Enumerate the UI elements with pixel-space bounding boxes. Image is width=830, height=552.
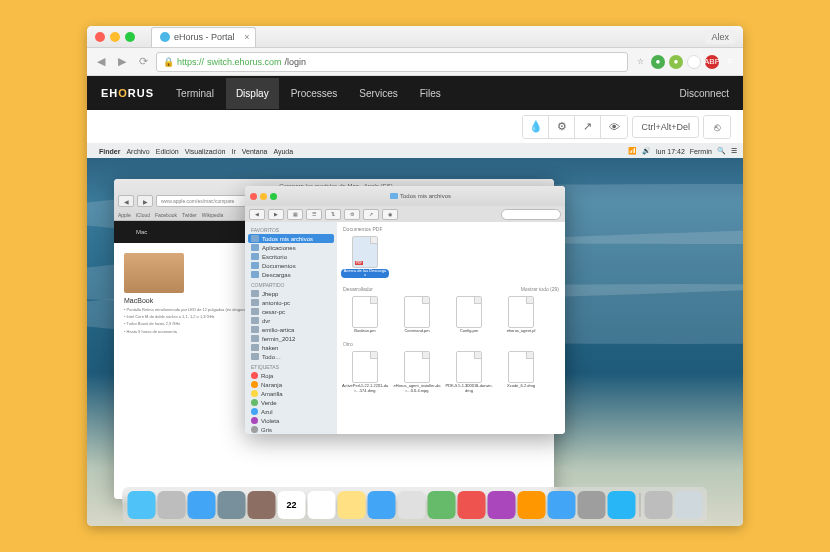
menubar-user[interactable]: Fermín: [690, 148, 712, 155]
nav-display[interactable]: Display: [226, 78, 279, 109]
settings-button[interactable]: ⚙: [549, 116, 575, 138]
bookmark[interactable]: iCloud: [136, 212, 150, 218]
sidebar-item[interactable]: dvr: [245, 316, 337, 325]
volume-icon[interactable]: 🔊: [642, 147, 651, 155]
dock-mail[interactable]: [218, 491, 246, 519]
dock-downloads[interactable]: [645, 491, 673, 519]
menu-item[interactable]: Ventana: [242, 148, 268, 155]
dock-preferences[interactable]: [578, 491, 606, 519]
nav-terminal[interactable]: Terminal: [166, 78, 224, 109]
close-icon[interactable]: [250, 193, 257, 200]
arrange-button[interactable]: ⇅: [325, 209, 341, 220]
search-input[interactable]: [501, 209, 561, 220]
nav-processes[interactable]: Processes: [281, 78, 348, 109]
ctrl-alt-del-button[interactable]: Ctrl+Alt+Del: [632, 116, 699, 138]
sidebar-item[interactable]: cesar-pc: [245, 307, 337, 316]
back-button[interactable]: ◀: [93, 54, 109, 70]
bookmark[interactable]: Twitter: [182, 212, 197, 218]
clock[interactable]: lun 17:42: [656, 148, 685, 155]
sidebar-tag[interactable]: Gris: [245, 425, 337, 434]
sidebar-tag[interactable]: Verde: [245, 398, 337, 407]
sidebar-item[interactable]: antonio-pc: [245, 298, 337, 307]
sidebar-item[interactable]: Documentos: [245, 261, 337, 270]
logout-button[interactable]: ⎋: [704, 116, 730, 138]
maximize-icon[interactable]: [125, 32, 135, 42]
wifi-icon[interactable]: 📶: [628, 147, 637, 155]
file-item[interactable]: Boolean.pm: [341, 296, 389, 333]
bookmark[interactable]: Wikipedia: [202, 212, 224, 218]
dock-notes[interactable]: [338, 491, 366, 519]
menu-item[interactable]: Edición: [156, 148, 179, 155]
show-all-link[interactable]: Mostrar todo (29): [521, 286, 559, 292]
dock-ibooks[interactable]: [518, 491, 546, 519]
sidebar-item[interactable]: Escritorio: [245, 252, 337, 261]
share-button[interactable]: ↗: [363, 209, 379, 220]
dock-itunes[interactable]: [488, 491, 516, 519]
minimize-icon[interactable]: [260, 193, 267, 200]
forward-button[interactable]: ▶: [137, 195, 153, 207]
apple-nav-item[interactable]: Mac: [136, 229, 147, 235]
search-icon[interactable]: 🔍: [717, 147, 726, 155]
file-item[interactable]: Command.pm: [393, 296, 441, 333]
sidebar-item[interactable]: Todos mis archivos: [248, 234, 334, 243]
menu-item[interactable]: Archivo: [126, 148, 149, 155]
file-item[interactable]: eHorus_agent_installer-dar…0.0.4.mpg: [393, 351, 441, 393]
view-list-button[interactable]: ☰: [306, 209, 322, 220]
dock-launchpad[interactable]: [158, 491, 186, 519]
gmail-icon[interactable]: M: [687, 55, 701, 69]
minimize-icon[interactable]: [110, 32, 120, 42]
dock-messages[interactable]: [368, 491, 396, 519]
view-icons-button[interactable]: ▦: [287, 209, 303, 220]
dock-photobooth[interactable]: [458, 491, 486, 519]
dock-contacts[interactable]: [248, 491, 276, 519]
sidebar-tag[interactable]: Roja: [245, 371, 337, 380]
tags-button[interactable]: ◉: [382, 209, 398, 220]
back-button[interactable]: ◀: [118, 195, 134, 207]
menu-icon[interactable]: ≡: [723, 55, 737, 69]
disconnect-button[interactable]: Disconnect: [680, 88, 729, 99]
sidebar-tag[interactable]: Amarilla: [245, 389, 337, 398]
dock-ehorus[interactable]: [608, 491, 636, 519]
file-item[interactable]: Xcode_6.2.dmg: [497, 351, 545, 393]
menu-item[interactable]: Ir: [231, 148, 235, 155]
menubar-app[interactable]: Finder: [99, 148, 120, 155]
menu-item[interactable]: Ayuda: [273, 148, 293, 155]
file-item[interactable]: ActivePerl-5.22.1.2201-dar…574.dmg: [341, 351, 389, 393]
nav-files[interactable]: Files: [410, 78, 451, 109]
file-item[interactable]: Acerca de las Descargas: [341, 236, 389, 278]
chrome-user[interactable]: Alex: [705, 30, 735, 44]
abp-icon[interactable]: ABP: [705, 55, 719, 69]
dock-maps[interactable]: [398, 491, 426, 519]
action-button[interactable]: ⚙: [344, 209, 360, 220]
close-icon[interactable]: [95, 32, 105, 42]
bookmark[interactable]: Facebook: [155, 212, 177, 218]
maximize-icon[interactable]: [270, 193, 277, 200]
url-input[interactable]: 🔒 https://switch.ehorus.com/login: [156, 52, 628, 72]
file-item[interactable]: ehorus_agent.pl: [497, 296, 545, 333]
sidebar-item[interactable]: Jhepp: [245, 289, 337, 298]
menu-item[interactable]: Visualización: [185, 148, 226, 155]
sidebar-item[interactable]: fermin_2012: [245, 334, 337, 343]
view-button[interactable]: 👁: [601, 116, 627, 138]
sidebar-item[interactable]: haken: [245, 343, 337, 352]
sidebar-item[interactable]: Descargas: [245, 270, 337, 279]
dock-safari[interactable]: [188, 491, 216, 519]
sidebar-tag[interactable]: Azul: [245, 407, 337, 416]
forward-button[interactable]: ▶: [268, 209, 284, 220]
dock-trash[interactable]: [675, 491, 703, 519]
sidebar-tag[interactable]: Violeta: [245, 416, 337, 425]
nav-services[interactable]: Services: [349, 78, 407, 109]
notifications-icon[interactable]: ☰: [731, 147, 737, 155]
ink-button[interactable]: 💧: [523, 116, 549, 138]
dock-reminders[interactable]: [308, 491, 336, 519]
remote-desktop[interactable]: Finder Archivo Edición Visualización Ir …: [87, 144, 743, 526]
file-item[interactable]: PDK-9.5.1.300018-darwin.dmg: [445, 351, 493, 393]
star-icon[interactable]: ☆: [633, 55, 647, 69]
share-button[interactable]: ↗: [575, 116, 601, 138]
reload-button[interactable]: ⟳: [135, 54, 151, 70]
sidebar-item[interactable]: Aplicaciones: [245, 243, 337, 252]
dock-facetime[interactable]: [428, 491, 456, 519]
browser-tab[interactable]: eHorus - Portal: [151, 27, 256, 47]
ext-icon[interactable]: ●: [651, 55, 665, 69]
sidebar-tag[interactable]: Naranja: [245, 380, 337, 389]
